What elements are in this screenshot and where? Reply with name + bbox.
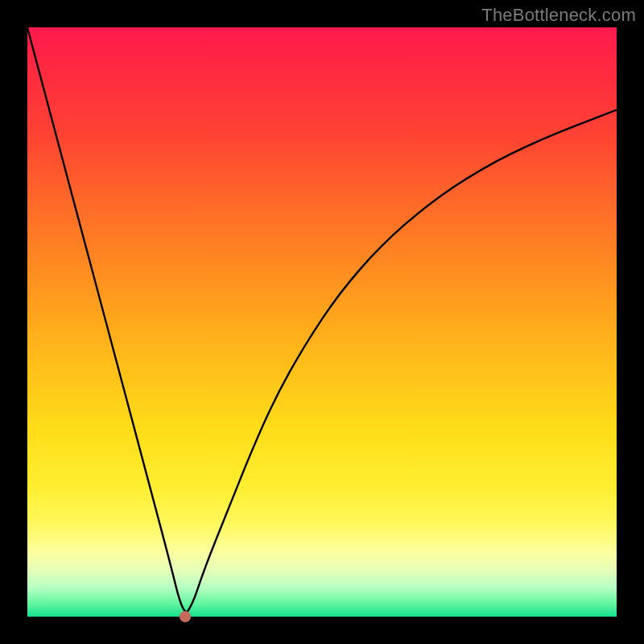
bottleneck-curve-path [27, 27, 617, 612]
optimal-point-marker [180, 611, 191, 622]
bottleneck-curve-svg [27, 27, 617, 617]
chart-plot-area [27, 27, 617, 617]
watermark-text: TheBottleneck.com [481, 5, 636, 26]
